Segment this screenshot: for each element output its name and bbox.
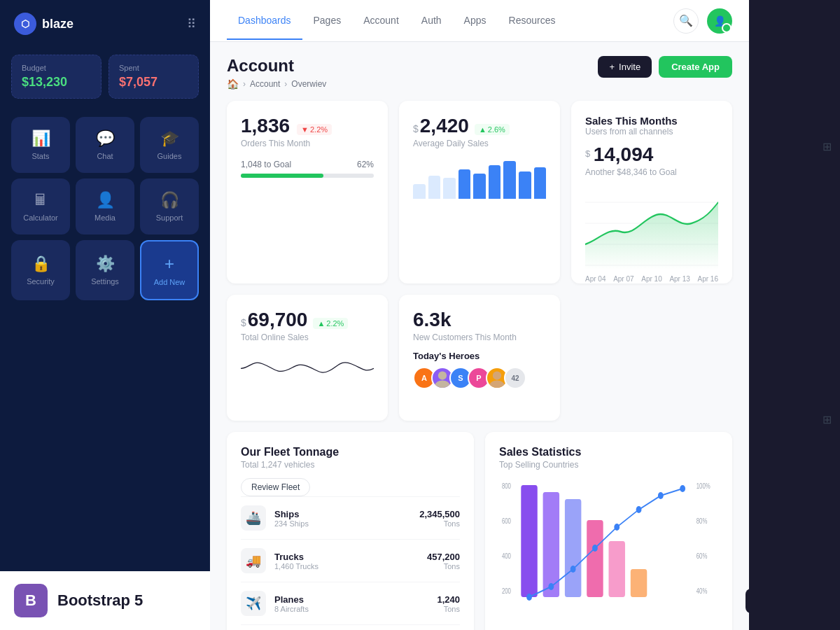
media-icon: 👤 [96, 191, 115, 209]
fleet-row-left-trucks: 🚚 Trucks 1,460 Trucks [241, 548, 318, 573]
sidebar-item-add-new[interactable]: + Add New [140, 240, 199, 300]
search-button[interactable]: 🔍 [673, 8, 699, 34]
invite-button[interactable]: + Invite [598, 56, 652, 78]
sidebar-item-media[interactable]: 👤 Media [76, 178, 134, 234]
page-content: Account 🏠 › Account › Overwiev + Invite … [210, 42, 749, 630]
online-sales-arrow: ▲ [317, 319, 325, 328]
dashboard-grid-row2: $ 69,700 ▲ 2.2% Total Online Sales [227, 295, 732, 421]
bar-9 [534, 167, 547, 199]
orders-change-arrow: ▼ [301, 125, 309, 134]
sales-month-title: Sales This Months [585, 115, 718, 127]
sidebar-item-settings[interactable]: ⚙️ Settings [76, 240, 134, 300]
sidebar-menu-icon[interactable]: ⠿ [187, 16, 196, 31]
guides-label: Guides [158, 152, 182, 160]
budget-cards: Budget $13,230 Spent $7,057 [0, 48, 210, 106]
sidebar-item-guides[interactable]: 🎓 Guides [140, 117, 199, 173]
ships-name: Ships [274, 509, 309, 519]
nav-resources[interactable]: Resources [498, 2, 567, 40]
sidebar-item-support[interactable]: 🎧 Support [140, 178, 199, 234]
trucks-amount: 457,200 [427, 552, 460, 562]
svg-point-5 [435, 381, 450, 390]
main-content: Dashboards Pages Account Auth Apps Resou… [210, 0, 749, 630]
daily-sales-arrow: ▲ [479, 125, 486, 134]
chat-icon: 💬 [96, 130, 115, 148]
budget-label: Budget [22, 64, 91, 72]
daily-sales-chart [413, 157, 546, 199]
fleet-row-left-ships: 🚢 Ships 234 Ships [241, 505, 309, 531]
bootstrap-icon: B [14, 584, 48, 617]
online-sales-chart [241, 351, 374, 407]
fleet-title: Our Fleet Tonnage [241, 446, 460, 458]
budget-value: $13,230 [22, 75, 91, 90]
right-panel: ⊞ ⊞ [749, 0, 840, 630]
svg-text:100%: 100% [696, 482, 710, 490]
nav-pages[interactable]: Pages [302, 2, 353, 40]
fleet-row-ships: 🚢 Ships 234 Ships 2,345,500 Tons [241, 496, 460, 539]
progress-fill [241, 174, 323, 178]
fleet-row-trucks: 🚚 Trucks 1,460 Trucks 457,200 Tons [241, 539, 460, 582]
sidebar-item-stats[interactable]: 📊 Stats [11, 117, 70, 173]
x-label-5: Apr 16 [698, 275, 718, 283]
sidebar-item-chat[interactable]: 💬 Chat [76, 117, 134, 173]
right-panel-icon-1[interactable]: ⊞ [822, 140, 832, 153]
planes-amount: 1,240 [437, 594, 460, 605]
sidebar: ⬡ blaze ⠿ Budget $13,230 Spent $7,057 📊 … [0, 0, 210, 630]
review-fleet-button[interactable]: Review Fleet [241, 478, 310, 496]
bootstrap-text: Bootstrap 5 [57, 592, 143, 610]
page-title: Account [227, 56, 326, 76]
breadcrumb: 🏠 › Account › Overwiev [227, 78, 326, 90]
ships-info: Ships 234 Ships [274, 509, 309, 528]
invite-plus-icon: + [609, 62, 615, 72]
new-customers-number: 6.3k [413, 309, 546, 331]
sales-month-card: Sales This Months Users from all channel… [571, 101, 732, 284]
logo-area: ⬡ blaze [14, 13, 74, 35]
planes-info: Planes 8 Aircrafts [274, 594, 309, 613]
svg-text:40%: 40% [696, 587, 708, 595]
bottom-row: Our Fleet Tonnage Total 1,247 vehicles R… [227, 432, 732, 630]
right-curve [749, 0, 840, 630]
online-sales-number: 69,700 [248, 309, 308, 331]
chat-label: Chat [97, 152, 113, 160]
online-sales-change: 2.2% [326, 319, 344, 328]
bar-7 [503, 161, 516, 199]
ships-amount: 2,345,500 [419, 509, 460, 519]
online-prefix: $ [241, 317, 246, 328]
sales-stats-chart: 800 600 400 200 100% 80% 60% 40% [499, 478, 718, 618]
svg-point-4 [438, 371, 447, 379]
create-app-button[interactable]: Create App [659, 56, 732, 78]
top-nav-links: Dashboards Pages Account Auth Apps Resou… [227, 2, 566, 40]
fleet-row-planes: ✈️ Planes 8 Aircrafts 1,240 Tons [241, 582, 460, 624]
user-avatar[interactable]: 👤 [707, 8, 732, 34]
sidebar-item-calculator[interactable]: 🖩 Calculator [11, 178, 70, 234]
media-label: Media [94, 214, 115, 222]
orders-number: 1,836 [241, 115, 290, 137]
sidebar-header: ⬡ blaze ⠿ [0, 0, 210, 48]
bar-1 [413, 184, 426, 199]
nav-auth[interactable]: Auth [410, 2, 453, 40]
progress-goal-label: 1,048 to Goal [241, 160, 291, 169]
top-nav: Dashboards Pages Account Auth Apps Resou… [210, 0, 749, 42]
svg-point-22 [526, 594, 532, 601]
nav-grid: 📊 Stats 💬 Chat 🎓 Guides 🖩 Calculator 👤 M… [0, 106, 210, 312]
daily-sales-label: Average Daily Sales [413, 139, 546, 148]
x-label-4: Apr 13 [669, 275, 690, 283]
daily-sales-prefix: $ [413, 123, 419, 134]
svg-rect-20 [609, 541, 625, 597]
progress-info: 1,048 to Goal 62% [241, 160, 374, 169]
trucks-unit: Tons [427, 562, 460, 570]
page-header: Account 🏠 › Account › Overwiev + Invite … [227, 56, 732, 90]
nav-apps[interactable]: Apps [453, 2, 498, 40]
nav-account[interactable]: Account [352, 2, 410, 40]
svg-text:800: 800 [502, 482, 511, 490]
nav-dashboards[interactable]: Dashboards [227, 2, 302, 40]
ships-unit: Tons [419, 519, 460, 528]
ships-sub: 234 Ships [274, 519, 309, 528]
orders-change-badge: ▼ 2.2% [297, 124, 332, 135]
guides-icon: 🎓 [160, 130, 179, 148]
right-panel-icon-2[interactable]: ⊞ [822, 413, 832, 426]
planes-value: 1,240 Tons [437, 594, 460, 613]
sidebar-item-security[interactable]: 🔒 Security [11, 240, 70, 300]
bar-2 [428, 176, 441, 199]
bar-6 [489, 165, 501, 199]
logo-text: blaze [42, 17, 74, 31]
